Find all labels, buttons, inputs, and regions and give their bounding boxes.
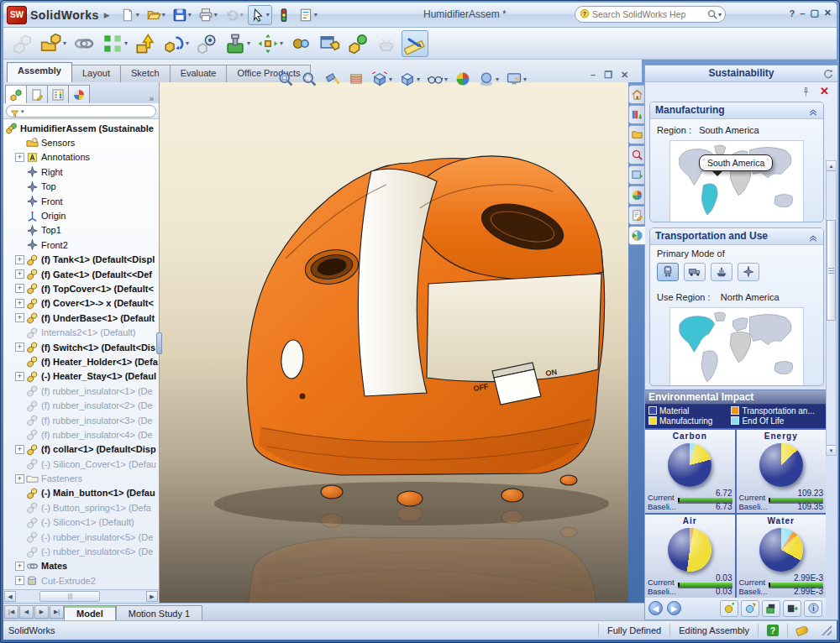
filter-input[interactable] (24, 106, 152, 117)
tree-expander-icon[interactable]: + (15, 474, 24, 484)
tree-expander-icon[interactable]: + (15, 576, 24, 585)
assembly-features-button[interactable]: ▾ (222, 30, 253, 57)
info-button[interactable]: i (804, 600, 822, 617)
tab-model[interactable]: Model (64, 605, 116, 621)
dropdown-arrow-icon[interactable]: ▾ (266, 11, 270, 18)
tree-item[interactable]: +Mates (5, 559, 159, 573)
tree-expander-icon[interactable]: + (15, 153, 24, 162)
tree-item[interactable]: +(f) Switch<1> (Default<Dis (5, 340, 159, 354)
exploded-view-button[interactable]: ▾ (255, 30, 286, 57)
tree-expander-icon[interactable]: + (15, 445, 24, 454)
tree-item[interactable]: (-) Silicon<1> (Default) (5, 515, 159, 530)
select-cursor-button[interactable]: ▾ (248, 5, 272, 25)
goto-first-icon[interactable]: |◀ (4, 605, 18, 619)
tree-item[interactable]: (-) rubber_insulator<6> (De (5, 544, 159, 558)
use-region-row[interactable]: Use Region : North America (650, 286, 823, 305)
apply-scene-button[interactable]: ▾ (475, 69, 501, 89)
tree-item[interactable]: (f) rubber_insulator<1> (De (5, 384, 159, 398)
print-button[interactable]: ▾ (196, 5, 220, 25)
humidifier-body[interactable]: OFF ON (247, 156, 605, 506)
menu-flyout-arrow-icon[interactable]: ▶ (104, 11, 110, 19)
dropdown-arrow-icon[interactable]: ▾ (314, 11, 318, 18)
options-button[interactable]: ▾ (296, 5, 320, 25)
tree-item[interactable]: Sensors (5, 135, 159, 149)
measure-button[interactable] (402, 30, 428, 57)
dropdown-arrow-icon[interactable]: ▾ (136, 11, 139, 18)
scroll-right-icon[interactable]: ▶ (146, 591, 158, 602)
dimxpert-tab[interactable] (68, 85, 90, 103)
refresh-icon[interactable] (822, 68, 834, 80)
save-button[interactable]: ▾ (170, 5, 194, 25)
tree-expander-icon[interactable]: + (15, 255, 24, 264)
assembly-window-button[interactable] (316, 30, 343, 57)
tree-item[interactable]: +Annotations (5, 150, 159, 165)
tree-expander-icon[interactable]: + (15, 372, 24, 381)
next-icon[interactable]: ▶ (34, 605, 49, 619)
tree-expander-icon[interactable]: + (15, 313, 24, 322)
transport-mode-plane[interactable] (738, 263, 759, 281)
quick-tips-icon[interactable]: ? (767, 625, 779, 636)
doc-restore-button[interactable]: ❐ (604, 70, 612, 81)
scroll-left-icon[interactable]: ◀ (4, 591, 16, 602)
tree-item[interactable]: Front (5, 194, 159, 208)
taskpane-tab-file-explorer[interactable] (628, 125, 644, 144)
hide-show-items-button[interactable]: ▾ (424, 69, 450, 89)
report-add-button[interactable] (720, 600, 738, 617)
taskpane-tab-view-palette[interactable] (628, 165, 644, 185)
view-settings-button[interactable]: ▾ (503, 69, 529, 89)
prev-icon[interactable]: ◀ (19, 605, 34, 619)
export-report-button[interactable] (783, 600, 801, 617)
insert-components-button[interactable]: ▾ (38, 30, 69, 57)
tree-expander-icon[interactable]: + (15, 342, 24, 352)
scroll-up-icon[interactable]: ▲ (827, 161, 836, 171)
dropdown-arrow-icon[interactable]: ▾ (389, 76, 392, 83)
tab-motion-study[interactable]: Motion Study 1 (116, 605, 202, 621)
doc-close-button[interactable]: ✕ (621, 70, 628, 81)
dropdown-arrow-icon[interactable]: ▾ (417, 76, 420, 83)
search-dropdown-icon[interactable]: ▾ (718, 11, 722, 18)
use-region-map[interactable] (669, 307, 804, 386)
use-region-value[interactable]: North America (721, 292, 780, 302)
back-button[interactable]: ◀ (648, 601, 663, 615)
transportation-header[interactable]: Transportation and Use (650, 228, 823, 245)
section-view-button[interactable] (345, 69, 367, 89)
tree-item[interactable]: (f) rubber_insulator<4> (De (5, 427, 159, 442)
taskpane-tab-sw-search[interactable] (628, 145, 644, 165)
tab-layout[interactable]: Layout (71, 65, 121, 82)
tree-expander-icon[interactable]: + (15, 299, 24, 308)
open-button[interactable]: ▾ (144, 5, 168, 25)
dropdown-arrow-icon[interactable]: ▾ (124, 39, 128, 47)
tree-item[interactable]: (-) rubber_insulator<5> (De (5, 530, 159, 544)
scrollbar-thumb[interactable] (39, 591, 100, 602)
tab-assembly[interactable]: Assembly (7, 62, 72, 82)
external-references-button[interactable] (344, 30, 371, 57)
dropdown-arrow-icon[interactable]: ▾ (240, 11, 244, 18)
dropdown-arrow-icon[interactable]: ▾ (496, 76, 499, 83)
tree-item[interactable]: (-) Button_spring<1> (Defa (5, 500, 159, 515)
configuration-manager-tab[interactable] (47, 85, 69, 103)
taskpane-tab-sustainability[interactable] (628, 226, 645, 245)
search-box[interactable]: ? ▾ (575, 6, 726, 23)
transport-mode-truck[interactable] (684, 263, 706, 281)
smart-fasteners-button[interactable] (132, 30, 159, 57)
scroll-down-icon[interactable]: ▼ (827, 445, 836, 455)
tag-icon[interactable] (795, 625, 809, 635)
region-value[interactable]: South America (699, 125, 759, 135)
tree-item[interactable]: +(f) UnderBase<1> (Default (5, 311, 159, 325)
zoom-selected-button[interactable] (322, 69, 344, 89)
undo-button[interactable]: ▾ (222, 5, 246, 25)
scrollbar-thumb[interactable] (827, 220, 836, 321)
close-pane-icon[interactable]: ✕ (820, 86, 829, 97)
tab-sketch[interactable]: Sketch (120, 65, 171, 82)
tree-item[interactable]: +Fasteners (5, 471, 159, 485)
tree-item[interactable]: Top (5, 180, 159, 194)
close-button[interactable]: ✕ (824, 8, 832, 18)
show-hidden-components-button[interactable] (193, 30, 220, 57)
manager-overflow-button[interactable]: » (145, 94, 157, 103)
humidifier-model[interactable]: OFF ON (160, 82, 628, 603)
zoom-area-button[interactable] (298, 69, 320, 89)
report-settings-button[interactable] (741, 600, 759, 617)
task-pane-scrollbar[interactable]: ▲ ▼ (826, 160, 837, 456)
tree-expander-icon[interactable]: + (15, 284, 24, 293)
impact-chart-carbon[interactable]: CarbonCurrentBaseli...6.726.73 (645, 430, 735, 513)
